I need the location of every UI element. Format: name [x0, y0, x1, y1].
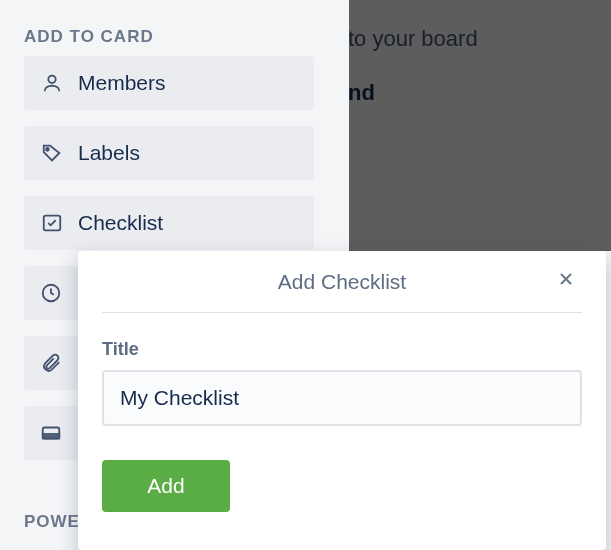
members-label: Members: [78, 71, 166, 95]
checklist-title-input[interactable]: [102, 370, 582, 426]
close-button[interactable]: [550, 266, 582, 298]
popover-header: Add Checklist: [102, 251, 582, 313]
clock-icon: [39, 281, 63, 305]
checklist-icon: [40, 211, 64, 235]
tag-icon: [40, 141, 64, 165]
labels-label: Labels: [78, 141, 140, 165]
modal-overlay: [349, 0, 611, 251]
section-title-add-to-card: ADD TO CARD: [24, 27, 154, 47]
popover-title: Add Checklist: [278, 270, 406, 294]
svg-rect-5: [43, 434, 60, 439]
members-button[interactable]: Members: [24, 56, 314, 110]
checklist-label: Checklist: [78, 211, 163, 235]
paperclip-icon: [39, 351, 63, 375]
person-icon: [40, 71, 64, 95]
checklist-button[interactable]: Checklist: [24, 196, 314, 250]
svg-point-0: [48, 76, 55, 83]
svg-point-1: [46, 148, 49, 151]
cover-icon: [39, 421, 63, 445]
add-checklist-popover: Add Checklist Title Add: [78, 251, 606, 550]
add-button[interactable]: Add: [102, 460, 230, 512]
title-field-label: Title: [102, 339, 582, 360]
attachment-button[interactable]: [24, 336, 78, 390]
due-date-button[interactable]: [24, 266, 78, 320]
cover-button[interactable]: [24, 406, 78, 460]
section-title-powerups-truncated: POWE: [24, 512, 80, 532]
close-icon: [556, 269, 576, 294]
labels-button[interactable]: Labels: [24, 126, 314, 180]
